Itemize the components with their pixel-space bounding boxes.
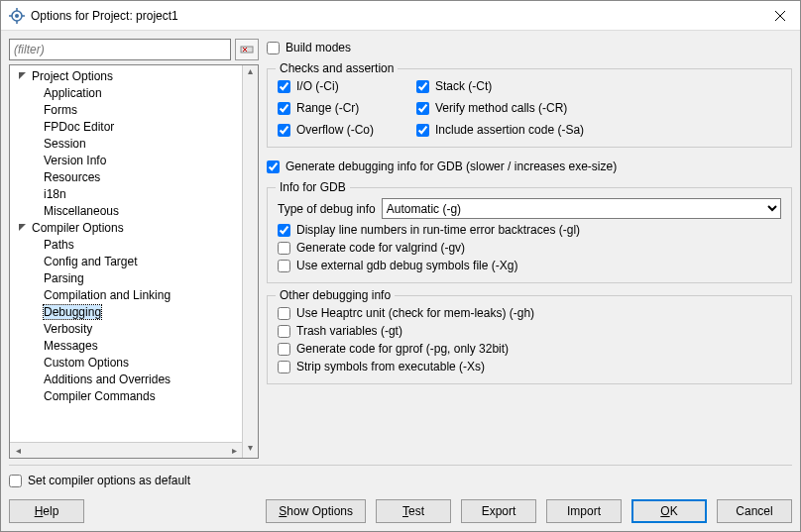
tree-item-custom-options[interactable]: Custom Options <box>10 354 242 371</box>
test-button[interactable]: Test <box>376 499 451 523</box>
tree-group-project-options[interactable]: Project Options <box>10 67 242 84</box>
svg-point-1 <box>15 14 19 18</box>
debug-type-select[interactable]: Automatic (-g) <box>382 198 781 219</box>
build-modes-checkbox[interactable]: Build modes <box>267 39 792 56</box>
close-button[interactable] <box>760 1 800 31</box>
other-debugging-group: Other debugging info Use Heaptrc unit (c… <box>267 295 792 384</box>
scroll-right-icon: ▸ <box>226 443 242 458</box>
tree-item-miscellaneous[interactable]: Miscellaneous <box>10 202 242 219</box>
tree-item-debugging[interactable]: Debugging <box>10 303 242 320</box>
group-title: Checks and assertion <box>276 61 398 75</box>
line-numbers-checkbox[interactable]: Display line numbers in run-time error b… <box>278 221 781 239</box>
group-title: Other debugging info <box>276 288 395 302</box>
tree-scrollbar-vertical[interactable]: ▴ ▾ <box>242 65 258 458</box>
tree-item-resources[interactable]: Resources <box>10 168 242 185</box>
left-panel: Project Options Application Forms FPDoc … <box>9 39 259 459</box>
tree-item-paths[interactable]: Paths <box>10 236 242 253</box>
options-dialog: Options for Project: project1 <box>0 0 801 532</box>
tree-item-compilation-linking[interactable]: Compilation and Linking <box>10 286 242 303</box>
strip-symbols-checkbox[interactable]: Strip symbols from executable (-Xs) <box>278 358 781 375</box>
range-checkbox[interactable]: Range (-Cr) <box>278 99 416 117</box>
tree-scrollbar-horizontal[interactable]: ◂ ▸ <box>10 442 242 458</box>
clear-filter-button[interactable] <box>235 39 259 60</box>
bottom-panel: Set compiler options as default Help Sho… <box>9 465 792 523</box>
tree-group-compiler-options[interactable]: Compiler Options <box>10 219 242 236</box>
scroll-up-icon: ▴ <box>243 65 258 81</box>
valgrind-checkbox[interactable]: Generate code for valgrind (-gv) <box>278 239 781 257</box>
verify-method-checkbox[interactable]: Verify method calls (-CR) <box>416 99 781 117</box>
assertion-checkbox[interactable]: Include assertion code (-Sa) <box>416 121 781 139</box>
scroll-down-icon: ▾ <box>243 442 258 458</box>
tree-item-version-info[interactable]: Version Info <box>10 152 242 168</box>
tree-item-parsing[interactable]: Parsing <box>10 269 242 286</box>
tree-item-fpdoc-editor[interactable]: FPDoc Editor <box>10 118 242 135</box>
external-gdb-checkbox[interactable]: Use external gdb debug symbols file (-Xg… <box>278 257 781 274</box>
info-for-gdb-group: Info for GDB Type of debug info Automati… <box>267 187 792 283</box>
tree-item-i18n[interactable]: i18n <box>10 185 242 202</box>
overflow-checkbox[interactable]: Overflow (-Co) <box>278 121 416 139</box>
trash-variables-checkbox[interactable]: Trash variables (-gt) <box>278 322 781 340</box>
ok-button[interactable]: OK <box>631 499 707 523</box>
export-button[interactable]: Export <box>461 499 536 523</box>
tree-item-forms[interactable]: Forms <box>10 101 242 118</box>
group-title: Info for GDB <box>276 180 350 194</box>
help-button[interactable]: Help <box>9 499 84 523</box>
scroll-left-icon: ◂ <box>10 443 26 458</box>
generate-debug-info-checkbox[interactable]: Generate debugging info for GDB (slower … <box>267 158 792 175</box>
filter-input[interactable] <box>9 39 231 60</box>
chevron-down-icon <box>16 70 28 82</box>
cancel-button[interactable]: Cancel <box>717 499 792 523</box>
window-title: Options for Project: project1 <box>31 9 760 23</box>
show-options-button[interactable]: Show Options <box>266 499 366 523</box>
options-tree[interactable]: Project Options Application Forms FPDoc … <box>9 64 259 459</box>
svg-rect-8 <box>241 47 253 53</box>
tree-item-session[interactable]: Session <box>10 135 242 152</box>
import-button[interactable]: Import <box>546 499 622 523</box>
heaptrc-checkbox[interactable]: Use Heaptrc unit (check for mem-leaks) (… <box>278 304 781 322</box>
tree-item-messages[interactable]: Messages <box>10 337 242 354</box>
tree-item-application[interactable]: Application <box>10 84 242 101</box>
titlebar: Options for Project: project1 <box>1 1 800 31</box>
tree-item-verbosity[interactable]: Verbosity <box>10 320 242 337</box>
gprof-checkbox[interactable]: Generate code for gprof (-pg, only 32bit… <box>278 340 781 358</box>
tree-item-compiler-commands[interactable]: Compiler Commands <box>10 387 242 404</box>
content-panel: Build modes Checks and assertion I/O (-C… <box>267 39 792 459</box>
app-icon <box>9 8 25 24</box>
chevron-down-icon <box>16 222 28 234</box>
set-default-checkbox[interactable]: Set compiler options as default <box>9 472 792 489</box>
tree-item-additions-overrides[interactable]: Additions and Overrides <box>10 371 242 387</box>
tree-item-config-target[interactable]: Config and Target <box>10 253 242 269</box>
io-checkbox[interactable]: I/O (-Ci) <box>278 77 416 95</box>
checks-assertion-group: Checks and assertion I/O (-Ci) Stack (-C… <box>267 68 792 148</box>
stack-checkbox[interactable]: Stack (-Ct) <box>416 77 781 95</box>
debug-type-label: Type of debug info <box>278 202 376 216</box>
